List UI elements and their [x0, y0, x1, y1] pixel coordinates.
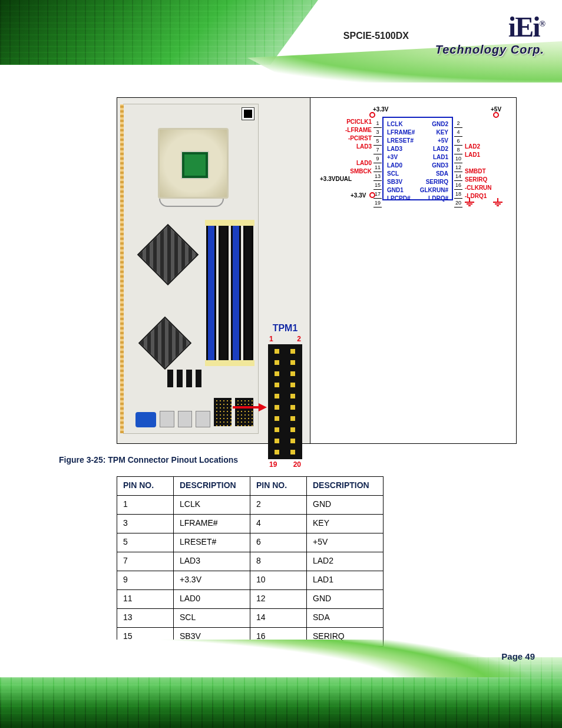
table-row: 5LRESET#6+5V: [117, 533, 384, 552]
cell-pin: 12: [250, 590, 307, 609]
tpm-pin-20: 20: [293, 460, 301, 469]
vcc-node-icon: [369, 112, 375, 118]
heatsink-icon: [139, 226, 197, 284]
cell-pin: 13: [117, 609, 174, 628]
table-header-row: PIN NO. DESCRIPTION PIN NO. DESCRIPTION: [117, 477, 384, 496]
brand-registered-mark: ®: [540, 19, 544, 28]
header-icon: [196, 370, 201, 387]
cell-desc: LCLK: [174, 496, 250, 515]
header-icon: [177, 370, 183, 387]
brand-logo: iEi®: [435, 11, 544, 43]
cell-desc: LAD3: [174, 552, 250, 571]
cell-desc: SCL: [174, 609, 250, 628]
table-row: 3LFRAME#4KEY: [117, 515, 384, 533]
cell-pin: 2: [250, 496, 307, 515]
cell-pin: 11: [117, 590, 174, 609]
cell-pin: 7: [117, 552, 174, 571]
callout-arrow-icon: [233, 403, 267, 411]
cpu-socket-icon: [158, 128, 229, 199]
rail-3v3: +3.3V: [373, 106, 388, 113]
cell-pin: 9: [117, 571, 174, 590]
cell-desc: LFRAME#: [174, 515, 250, 533]
usb-port-icon: [178, 411, 193, 427]
cell-pin: 10: [250, 571, 307, 590]
header-icon: [167, 370, 173, 387]
cell-desc: +3.3V: [174, 571, 250, 590]
figure-caption: Figure 3-25: TPM Connector Pinout Locati…: [59, 455, 238, 465]
net-names-left: PCICLK1-LFRAME-PCIRSTLAD3 LAD0SMBCK: [325, 118, 372, 200]
cell-desc: LAD2: [307, 552, 384, 571]
cell-desc: +5V: [307, 533, 384, 552]
cpu-die-icon: [182, 152, 208, 178]
cell-desc: GND: [307, 496, 384, 515]
pin-header-icon: [235, 398, 253, 426]
tpm-pin-2: 2: [297, 335, 301, 343]
cell-pin: 14: [250, 609, 307, 628]
brand-block: iEi® Technology Corp.: [435, 11, 544, 57]
cell-desc: LAD0: [174, 590, 250, 609]
tpm-pin-top-row: 1 2: [266, 335, 305, 343]
chip-outline: LCLKLFRAME#LRESET#LAD3+3VLAD0SCLSB3VGND1…: [382, 117, 453, 200]
product-title: SPCIE-5100DX: [343, 31, 409, 41]
tpm-connector-icon: [268, 344, 302, 459]
cell-desc: LAD1: [307, 571, 384, 590]
figure-board-panel: TPM1 1 2 19 20: [117, 98, 310, 443]
cell-desc: KEY: [307, 515, 384, 533]
th-pin-right: PIN NO.: [250, 477, 307, 496]
dimm-slots: [206, 222, 253, 364]
table-row: 11LAD012GND: [117, 590, 384, 609]
footer-swoosh: [0, 640, 562, 677]
tpm-connector-callout: TPM1 1 2 19 20: [266, 323, 305, 469]
figure-box: TPM1 1 2 19 20 +3.3V +5V +3.3VDUAL +3.3V: [117, 97, 517, 444]
header-art-left: [0, 0, 318, 65]
vga-port-icon: [135, 412, 156, 427]
page-number: Page 49: [501, 651, 535, 661]
pinout-table: PIN NO. DESCRIPTION PIN NO. DESCRIPTION …: [117, 476, 384, 647]
pin-numbers-right: 2468101214161820: [454, 119, 462, 207]
cell-pin: 5: [117, 533, 174, 552]
chip-pins-right: GND2KEY+5VLAD2LAD1GND3SDASERIRQGLKRUN#LD…: [420, 120, 448, 203]
table-row: 1LCLK2GND: [117, 496, 384, 515]
brand-logo-text: iEi: [508, 11, 540, 42]
cpu-lever-icon: [159, 199, 224, 207]
vcc-node-icon: [493, 112, 499, 118]
cell-pin: 8: [250, 552, 307, 571]
figure-schematic-panel: +3.3V +5V +3.3VDUAL +3.3V LCLKLFRAME#LRE…: [310, 98, 516, 443]
tpm-pin-bottom-row: 19 20: [266, 460, 305, 469]
cell-pin: 3: [117, 515, 174, 533]
heatsink-icon: [140, 318, 190, 368]
cell-pin: 1: [117, 496, 174, 515]
table-row: 13SCL14SDA: [117, 609, 384, 628]
motherboard-outline: [123, 104, 259, 434]
cell-desc: LRESET#: [174, 533, 250, 552]
edge-connector: [120, 104, 124, 433]
page-footer: Page 49: [0, 640, 562, 728]
cell-pin: 4: [250, 515, 307, 533]
page-header: iEi® Technology Corp. SPCIE-5100DX: [0, 0, 562, 85]
table-row: 9+3.3V10LAD1: [117, 571, 384, 590]
usb-port-icon: [196, 411, 210, 427]
th-pin-left: PIN NO.: [117, 477, 174, 496]
cell-desc: SDA: [307, 609, 384, 628]
header-icon: [186, 370, 192, 387]
tpm-connector-label: TPM1: [266, 323, 305, 334]
th-desc-right: DESCRIPTION: [307, 477, 384, 496]
cell-pin: 6: [250, 533, 307, 552]
pinout-schematic: +3.3V +5V +3.3VDUAL +3.3V LCLKLFRAME#LRE…: [316, 104, 510, 210]
tpm-pin-19: 19: [269, 460, 277, 469]
chip-pins-left: LCLKLFRAME#LRESET#LAD3+3VLAD0SCLSB3VGND1…: [387, 120, 415, 203]
net-names-right: LAD2LAD1 SMBDTSERIRQ-CLKRUN-LDRQ1: [465, 118, 510, 200]
pin-header-icon: [214, 398, 232, 426]
th-desc-left: DESCRIPTION: [174, 477, 250, 496]
atx-4pin-icon: [242, 107, 254, 120]
tpm-pin-1: 1: [269, 335, 273, 343]
pin-numbers-left: 135791113151719: [373, 119, 382, 207]
brand-tagline: Technology Corp.: [435, 43, 544, 57]
usb-port-icon: [160, 411, 174, 427]
cell-desc: GND: [307, 590, 384, 609]
table-row: 7LAD38LAD2: [117, 552, 384, 571]
